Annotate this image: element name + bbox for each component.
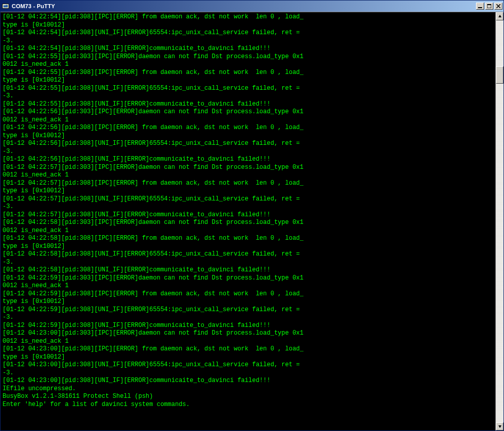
window-controls [476, 3, 502, 10]
svg-rect-2 [4, 5, 6, 5]
vertical-scrollbar[interactable] [495, 12, 503, 430]
putty-icon [2, 2, 10, 10]
maximize-button[interactable] [485, 3, 493, 10]
close-button[interactable] [494, 3, 502, 10]
minimize-button[interactable] [476, 3, 484, 10]
svg-rect-5 [487, 4, 491, 5]
window-title: COM73 - PuTTY [12, 3, 476, 9]
titlebar[interactable]: COM73 - PuTTY [1, 1, 503, 12]
scrollbar-thumb[interactable] [496, 66, 503, 84]
client-area: [01-12 04:22:54][pid:308][IPC][ERROR] fr… [1, 12, 503, 430]
putty-window: COM73 - PuTTY [01-12 04:22:54][pid:308][… [0, 0, 504, 431]
svg-rect-3 [478, 7, 482, 8]
terminal-output[interactable]: [01-12 04:22:54][pid:308][IPC][ERROR] fr… [1, 12, 495, 430]
scrollbar-track[interactable] [496, 20, 503, 422]
scroll-down-button[interactable] [496, 422, 503, 430]
scroll-up-button[interactable] [496, 12, 503, 20]
